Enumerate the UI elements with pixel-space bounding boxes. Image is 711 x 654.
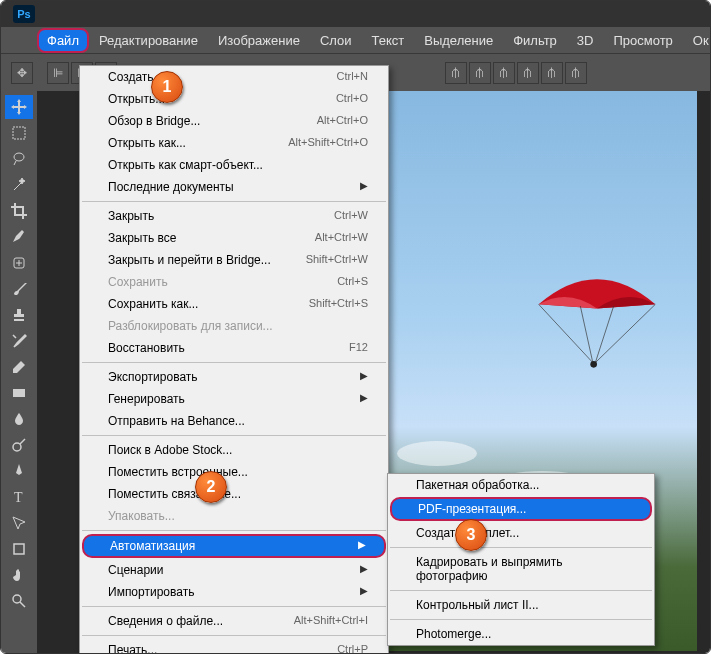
menu-layer[interactable]: Слои: [310, 28, 362, 53]
menu-item[interactable]: Сценарии▶: [80, 559, 388, 581]
file-menu-dropdown: Создать...Ctrl+NОткрыть...Ctrl+OОбзор в …: [79, 65, 389, 654]
menu-3d[interactable]: 3D: [567, 28, 604, 53]
shape-tool[interactable]: [5, 537, 33, 561]
menu-separator: [82, 530, 386, 531]
menu-item[interactable]: Импортировать▶: [80, 581, 388, 603]
blur-tool[interactable]: [5, 407, 33, 431]
submenu-arrow-icon: ▶: [360, 392, 368, 406]
menu-separator: [82, 635, 386, 636]
menu-item[interactable]: Поиск в Adobe Stock...: [80, 439, 388, 461]
distribute-4-button[interactable]: ⫛: [517, 62, 539, 84]
menu-item[interactable]: Закрыть и перейти в Bridge...Shift+Ctrl+…: [80, 249, 388, 271]
submenu-item[interactable]: PDF-презентация...: [390, 497, 652, 521]
cloud-graphic: [397, 441, 477, 466]
menu-item[interactable]: Генерировать▶: [80, 388, 388, 410]
parachute-graphic: [517, 271, 677, 371]
distribute-5-button[interactable]: ⫛: [541, 62, 563, 84]
brush-tool[interactable]: [5, 277, 33, 301]
distribute-2-button[interactable]: ⫛: [469, 62, 491, 84]
pen-tool[interactable]: [5, 459, 33, 483]
submenu-item[interactable]: Создать дроплет...: [388, 522, 654, 544]
zoom-tool[interactable]: [5, 589, 33, 613]
menu-item[interactable]: Сохранить как...Shift+Ctrl+S: [80, 293, 388, 315]
menu-type[interactable]: Текст: [362, 28, 415, 53]
title-bar: Ps: [1, 1, 710, 27]
submenu-item[interactable]: Пакетная обработка...: [388, 474, 654, 496]
svg-rect-0: [13, 127, 25, 139]
menu-item[interactable]: Поместить связанные...: [80, 483, 388, 505]
menu-separator: [390, 619, 652, 620]
submenu-arrow-icon: ▶: [360, 585, 368, 599]
menu-item[interactable]: Последние документы▶: [80, 176, 388, 198]
gradient-tool[interactable]: [5, 381, 33, 405]
menu-item[interactable]: Открыть как...Alt+Shift+Ctrl+O: [80, 132, 388, 154]
path-tool[interactable]: [5, 511, 33, 535]
distribute-3-button[interactable]: ⫛: [493, 62, 515, 84]
eraser-tool[interactable]: [5, 355, 33, 379]
menu-item[interactable]: Закрыть всеAlt+Ctrl+W: [80, 227, 388, 249]
menu-filter[interactable]: Фильтр: [503, 28, 567, 53]
healing-tool[interactable]: [5, 251, 33, 275]
type-tool[interactable]: T: [5, 485, 33, 509]
menu-item[interactable]: Автоматизация▶: [82, 534, 386, 558]
menu-window[interactable]: Ок: [683, 28, 711, 53]
menu-select[interactable]: Выделение: [414, 28, 503, 53]
magic-wand-tool[interactable]: [5, 173, 33, 197]
move-tool[interactable]: [5, 95, 33, 119]
submenu-item[interactable]: Photomerge...: [388, 623, 654, 645]
tool-preset-button[interactable]: ✥: [11, 62, 33, 84]
menu-item[interactable]: Создать...Ctrl+N: [80, 66, 388, 88]
annotation-marker-3: 3: [455, 519, 487, 551]
menu-bar: Файл Редактирование Изображение Слои Тек…: [1, 27, 710, 53]
history-brush-tool[interactable]: [5, 329, 33, 353]
menu-item[interactable]: ЗакрытьCtrl+W: [80, 205, 388, 227]
annotation-marker-1: 1: [151, 71, 183, 103]
menu-file[interactable]: Файл: [37, 28, 89, 53]
menu-separator: [82, 201, 386, 202]
menu-item: Упаковать...: [80, 505, 388, 527]
stamp-tool[interactable]: [5, 303, 33, 327]
dodge-tool[interactable]: [5, 433, 33, 457]
eyedropper-tool[interactable]: [5, 225, 33, 249]
crop-tool[interactable]: [5, 199, 33, 223]
annotation-marker-2: 2: [195, 471, 227, 503]
menu-item[interactable]: Печать...Ctrl+P: [80, 639, 388, 654]
menu-separator: [82, 362, 386, 363]
submenu-arrow-icon: ▶: [360, 180, 368, 194]
distribute-1-button[interactable]: ⫛: [445, 62, 467, 84]
menu-separator: [390, 547, 652, 548]
submenu-item[interactable]: Контрольный лист II...: [388, 594, 654, 616]
menu-separator: [390, 590, 652, 591]
svg-point-3: [13, 443, 21, 451]
menu-item[interactable]: Открыть как смарт-объект...: [80, 154, 388, 176]
lasso-tool[interactable]: [5, 147, 33, 171]
menu-item[interactable]: Обзор в Bridge...Alt+Ctrl+O: [80, 110, 388, 132]
align-left-button[interactable]: ⊫: [47, 62, 69, 84]
svg-text:T: T: [14, 490, 23, 505]
svg-point-6: [13, 595, 21, 603]
menu-separator: [82, 435, 386, 436]
menu-item[interactable]: Экспортировать▶: [80, 366, 388, 388]
menu-image[interactable]: Изображение: [208, 28, 310, 53]
svg-rect-2: [13, 389, 25, 397]
app-logo: Ps: [13, 5, 35, 23]
menu-item: Разблокировать для записи...: [80, 315, 388, 337]
submenu-arrow-icon: ▶: [360, 370, 368, 384]
menu-item[interactable]: Отправить на Behance...: [80, 410, 388, 432]
menu-edit[interactable]: Редактирование: [89, 28, 208, 53]
marquee-tool[interactable]: [5, 121, 33, 145]
menu-item: СохранитьCtrl+S: [80, 271, 388, 293]
menu-item[interactable]: Поместить встроенные...: [80, 461, 388, 483]
svg-rect-5: [14, 544, 24, 554]
hand-tool[interactable]: [5, 563, 33, 587]
menu-item[interactable]: Сведения о файле...Alt+Shift+Ctrl+I: [80, 610, 388, 632]
menu-item[interactable]: Открыть...Ctrl+O: [80, 88, 388, 110]
distribute-6-button[interactable]: ⫛: [565, 62, 587, 84]
svg-point-7: [590, 361, 597, 368]
submenu-arrow-icon: ▶: [360, 563, 368, 577]
toolbox: T: [1, 91, 37, 653]
submenu-item[interactable]: Кадрировать и выпрямить фотографию: [388, 551, 654, 587]
menu-view[interactable]: Просмотр: [603, 28, 682, 53]
menu-item[interactable]: ВосстановитьF12: [80, 337, 388, 359]
submenu-arrow-icon: ▶: [358, 539, 366, 553]
